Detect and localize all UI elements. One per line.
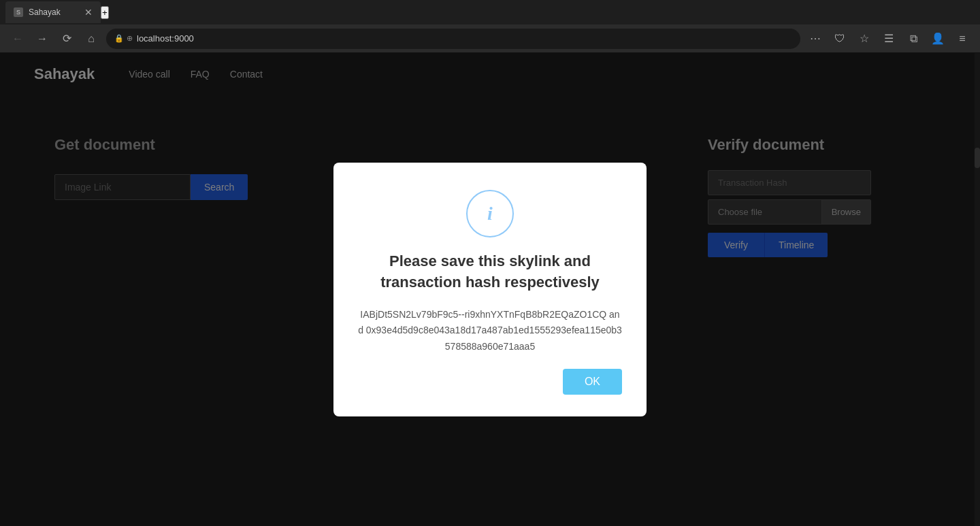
address-icons: 🔒 ⊕ bbox=[114, 34, 133, 43]
modal-ok-button[interactable]: OK bbox=[563, 369, 622, 395]
browser-tab[interactable]: S Sahayak ✕ bbox=[5, 1, 101, 23]
modal-overlay: i Please save this skylink and transacti… bbox=[0, 53, 980, 526]
modal-body: IABjDt5SN2Lv79bF9c5--ri9xhnYXTnFqB8bR2EQ… bbox=[358, 307, 622, 355]
modal-title: Please save this skylink and transaction… bbox=[358, 251, 622, 293]
modal-dialog: i Please save this skylink and transacti… bbox=[333, 163, 647, 416]
tab-favicon: S bbox=[14, 7, 23, 17]
menu-icon[interactable]: ≡ bbox=[953, 29, 972, 48]
lock-icon: 🔒 bbox=[114, 34, 124, 43]
refresh-button[interactable]: ⟳ bbox=[57, 29, 76, 48]
modal-info-icon: i bbox=[466, 190, 514, 237]
browser-toolbar: ← → ⟳ ⌂ 🔒 ⊕ localhost:9000 ⋯ 🛡 ☆ ☰ ⧉ 👤 ≡ bbox=[0, 24, 980, 53]
back-button[interactable]: ← bbox=[8, 29, 27, 48]
page-content: Sahayak Video call FAQ Contact Get docum… bbox=[0, 53, 980, 526]
home-button[interactable]: ⌂ bbox=[82, 29, 101, 48]
address-bar[interactable]: 🔒 ⊕ localhost:9000 bbox=[106, 29, 800, 49]
reading-list-icon[interactable]: ☰ bbox=[879, 29, 898, 48]
tab-title: Sahayak bbox=[29, 7, 61, 17]
tab-close-button[interactable]: ✕ bbox=[84, 7, 93, 18]
extensions-icon[interactable]: ⋯ bbox=[806, 29, 825, 48]
browser-chrome: S Sahayak ✕ + ← → ⟳ ⌂ 🔒 ⊕ localhost:9000… bbox=[0, 0, 980, 53]
tab-view-icon[interactable]: ⧉ bbox=[904, 29, 923, 48]
pocket-icon[interactable]: 🛡 bbox=[830, 29, 849, 48]
new-tab-button[interactable]: + bbox=[101, 6, 109, 19]
bookmark-icon[interactable]: ☆ bbox=[855, 29, 874, 48]
address-url: localhost:9000 bbox=[137, 33, 194, 44]
profile-icon[interactable]: 👤 bbox=[928, 29, 947, 48]
forward-button[interactable]: → bbox=[33, 29, 52, 48]
toolbar-right: ⋯ 🛡 ☆ ☰ ⧉ 👤 ≡ bbox=[806, 29, 972, 48]
tab-bar: S Sahayak ✕ + bbox=[0, 0, 980, 24]
address-decoration-icons: ⊕ bbox=[127, 34, 133, 43]
